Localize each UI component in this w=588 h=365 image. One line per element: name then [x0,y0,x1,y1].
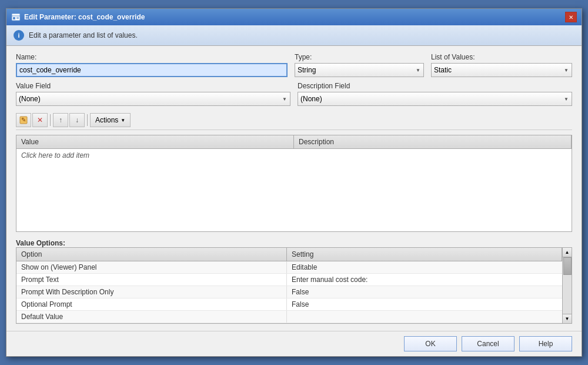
svg-rect-3 [16,17,19,18]
options-table: Option Setting Show on (Viewer) Panel Ed… [16,247,563,324]
down-icon: ↓ [73,116,81,124]
scroll-thumb[interactable] [563,257,572,275]
type-label: Type: [295,53,424,61]
setting-cell-0: Editable [287,261,562,273]
title-bar-left: Edit Parameter: cost_code_override [11,12,145,22]
option-cell-3: Optional Prompt [16,298,287,310]
actions-label: Actions [95,116,118,124]
options-row-0: Show on (Viewer) Panel Editable [16,261,562,274]
value-field-select[interactable]: (None) [16,92,290,106]
help-button[interactable]: Help [519,336,572,351]
value-options-title: Value Options: [16,239,572,247]
svg-text:✕: ✕ [37,116,43,124]
name-field-group: Name: [16,53,288,77]
setting-cell-3: False [287,298,562,310]
add-button[interactable]: ✎ [16,113,31,127]
add-item-row[interactable]: Click here to add item [16,149,572,162]
info-text: Edit a parameter and list of values. [29,31,138,39]
title-bar: Edit Parameter: cost_code_override ✕ [6,9,582,25]
options-scrollbar[interactable]: ▲ ▼ [563,247,572,324]
value-field-group: Value Field (None) [16,82,290,106]
actions-button[interactable]: Actions ▼ [90,113,131,127]
move-down-button[interactable]: ↓ [69,113,85,127]
data-table: Value Description Click here to add item [16,135,572,232]
table-body: Click here to add item [16,149,572,231]
svg-rect-2 [13,17,15,19]
type-field-group: Type: String Integer Float Date Boolean [295,53,424,77]
svg-text:↑: ↑ [59,116,62,124]
toolbar-divider-2 [87,114,88,126]
content-area: Name: Type: String Integer Float Date Bo… [6,46,582,331]
name-input-wrapper [16,63,288,77]
option-cell-2: Prompt With Description Only [16,286,287,298]
options-header: Option Setting [16,248,562,261]
toolbar: ✎ ✕ ↑ ↓ Actions ▼ [16,111,572,130]
lov-table-section: Value Description Click here to add item [16,135,572,232]
options-row-4: Default Value [16,311,562,323]
desc-column-header: Description [294,135,572,148]
info-bar: i Edit a parameter and list of values. [6,25,582,46]
setting-cell-1: Enter manual cost code: [287,274,562,286]
desc-field-label: Description Field [298,82,572,90]
ok-button[interactable]: OK [404,336,457,351]
options-table-wrapper: Option Setting Show on (Viewer) Panel Ed… [16,247,572,324]
option-cell-0: Show on (Viewer) Panel [16,261,287,273]
cancel-button[interactable]: Cancel [462,336,514,351]
up-icon: ↑ [56,116,65,124]
options-table-inner: Option Setting Show on (Viewer) Panel Ed… [16,247,563,324]
options-row-3: Optional Prompt False [16,298,562,311]
table-header: Value Description [16,135,572,149]
footer: OK Cancel Help [6,331,582,356]
lov-label: List of Values: [431,53,572,61]
svg-rect-4 [16,18,19,19]
value-column-header: Value [16,135,294,148]
close-button[interactable]: ✕ [565,12,577,22]
svg-text:↓: ↓ [75,116,79,124]
value-options-section: Value Options: Option Setting Show on (V… [16,237,572,324]
main-window: Edit Parameter: cost_code_override ✕ i E… [6,8,582,357]
scroll-up-button[interactable]: ▲ [563,248,572,257]
desc-field-group: Description Field (None) [298,82,572,106]
lov-select-wrapper: Static Dynamic None [431,63,572,77]
window-icon [11,12,21,22]
options-row-2: Prompt With Description Only False [16,286,562,298]
desc-field-select[interactable]: (None) [298,92,572,106]
setting-cell-2: False [287,286,562,298]
title-controls: ✕ [565,12,577,22]
actions-arrow-icon: ▼ [121,118,125,123]
options-row-1: Prompt Text Enter manual cost code: [16,274,562,286]
row-name-type-lov: Name: Type: String Integer Float Date Bo… [16,53,572,77]
scroll-track [563,257,572,314]
value-field-select-wrapper: (None) [16,92,290,106]
value-field-label: Value Field [16,82,290,90]
svg-text:✎: ✎ [21,117,26,123]
type-select-wrapper: String Integer Float Date Boolean [295,63,424,77]
delete-button[interactable]: ✕ [32,113,48,127]
window-title: Edit Parameter: cost_code_override [24,13,145,21]
move-up-button[interactable]: ↑ [53,113,68,127]
lov-field-group: List of Values: Static Dynamic None [431,53,572,77]
setting-col-header: Setting [287,248,562,261]
add-icon: ✎ [19,116,28,124]
info-icon: i [14,30,24,41]
row-value-desc-fields: Value Field (None) Description Field (No… [16,82,572,106]
option-cell-4: Default Value [16,311,287,323]
type-select[interactable]: String Integer Float Date Boolean [295,63,424,77]
option-col-header: Option [16,248,287,261]
setting-cell-4 [287,311,562,323]
toolbar-divider [50,114,51,126]
scroll-down-button[interactable]: ▼ [563,314,572,323]
lov-select[interactable]: Static Dynamic None [431,63,572,77]
name-label: Name: [16,53,288,61]
option-cell-1: Prompt Text [16,274,287,286]
delete-icon: ✕ [36,116,44,124]
desc-field-select-wrapper: (None) [298,92,572,106]
name-input[interactable] [16,63,288,77]
